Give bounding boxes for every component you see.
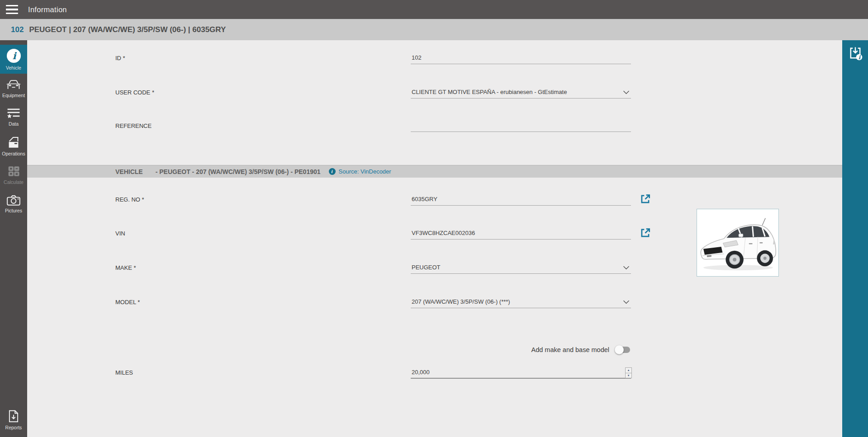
- sidebar-item-reports[interactable]: Reports: [0, 405, 27, 434]
- miles-input[interactable]: 20,000 ▲ ▼: [411, 367, 631, 379]
- vehicle-section-header: VEHICLE - PEUGEOT - 207 (WA/WC/WE) 3/5P/…: [27, 165, 842, 178]
- hamburger-menu-icon[interactable]: [6, 5, 18, 14]
- source-vindecoder-link[interactable]: Source: VinDecoder: [339, 168, 391, 175]
- car-door-icon: [7, 136, 20, 149]
- model-value: 207 (WA/WC/WE) 3/5P/SW (06-) (***): [412, 296, 510, 307]
- reference-label: REFERENCE: [115, 120, 152, 132]
- sidebar-spacer: [0, 218, 27, 405]
- vin-value: VF3WC8HZCAE002036: [412, 228, 475, 239]
- reg-no-value: 6035GRY: [412, 194, 437, 205]
- id-value: 102: [412, 52, 422, 63]
- vin-lookup-button[interactable]: [639, 227, 651, 239]
- make-value: PEUGEOT: [412, 262, 441, 273]
- page-title: Information: [28, 5, 67, 14]
- id-label: ID *: [115, 52, 125, 64]
- miles-value: 20,000: [412, 367, 430, 378]
- info-icon: i: [329, 168, 336, 175]
- user-code-select[interactable]: CLIENTE GT MOTIVE ESPAÑA - erubianesen -…: [411, 87, 631, 99]
- model-select[interactable]: 207 (WA/WC/WE) 3/5P/SW (06-) (***): [411, 296, 631, 308]
- breadcrumb-case-id: 102: [11, 25, 24, 34]
- sidebar-item-pictures[interactable]: Pictures: [0, 189, 27, 218]
- field-row-id: ID * 102: [27, 52, 842, 64]
- spinner-up-button[interactable]: ▲: [625, 367, 632, 373]
- field-row-user-code: USER CODE * CLIENTE GT MOTIVE ESPAÑA - e…: [27, 87, 842, 99]
- information-form: ID * 102 USER CODE * CLIENTE GT MOTIVE E…: [27, 40, 842, 437]
- make-select[interactable]: PEUGEOT: [411, 262, 631, 274]
- sidebar-item-label: Vehicle: [6, 66, 21, 70]
- id-input[interactable]: 102: [411, 52, 631, 64]
- chevron-down-icon: [623, 90, 630, 94]
- sidebar-item-label: Operations: [2, 151, 25, 156]
- miles-spinner: ▲ ▼: [625, 367, 632, 378]
- sidebar-item-equipment[interactable]: Equipment: [0, 74, 27, 103]
- right-action-bar: i: [842, 40, 868, 437]
- import-vehicle-info-button[interactable]: i: [848, 46, 863, 62]
- field-row-reference: REFERENCE: [27, 120, 842, 132]
- field-row-miles: MILES 20,000 ▲ ▼: [27, 367, 842, 379]
- miles-label: MILES: [115, 367, 133, 379]
- sidebar-item-vehicle[interactable]: i Vehicle: [0, 45, 27, 74]
- breadcrumb-vehicle-text: PEUGEOT | 207 (WA/WC/WE) 3/5P/SW (06-) |…: [29, 25, 226, 34]
- sidebar-item-label: Calculate: [4, 180, 24, 185]
- add-make-base-model-toggle[interactable]: [615, 345, 631, 354]
- vehicle-photo: [697, 209, 779, 277]
- vehicle-image: [697, 209, 778, 276]
- section-title: VEHICLE: [115, 168, 143, 175]
- reg-no-label: REG. NO *: [115, 194, 144, 206]
- info-icon: i: [6, 48, 21, 63]
- sidebar-item-calculate[interactable]: Calculate: [0, 160, 27, 189]
- add-make-base-model-label: Add make and base model: [531, 346, 610, 353]
- sidebar-item-operations[interactable]: Operations: [0, 132, 27, 160]
- vin-input[interactable]: VF3WC8HZCAE002036: [411, 228, 631, 240]
- sidebar-item-data[interactable]: Data: [0, 103, 27, 132]
- report-download-icon: [7, 409, 20, 423]
- sidebar-nav: i Vehicle Equipment Data: [0, 40, 27, 437]
- chevron-down-icon: [623, 300, 630, 304]
- sidebar-item-label: Data: [9, 122, 19, 127]
- make-label: MAKE *: [115, 262, 136, 274]
- sidebar-item-label: Reports: [5, 425, 22, 430]
- camera-icon: [6, 194, 21, 206]
- vin-label: VIN: [115, 228, 125, 240]
- reg-no-input[interactable]: 6035GRY: [411, 194, 631, 206]
- gt-estimate-app: Information 102 PEUGEOT | 207 (WA/WC/WE)…: [0, 0, 868, 437]
- list-star-icon: [7, 108, 20, 119]
- field-row-model: MODEL * 207 (WA/WC/WE) 3/5P/SW (06-) (**…: [27, 296, 842, 308]
- model-label: MODEL *: [115, 296, 140, 308]
- toggle-knob: [615, 345, 624, 354]
- sidebar-item-label: Pictures: [5, 208, 22, 213]
- sidebar-item-label: Equipment: [2, 93, 25, 98]
- breadcrumb: 102 PEUGEOT | 207 (WA/WC/WE) 3/5P/SW (06…: [0, 19, 868, 40]
- field-row-reg-no: REG. NO * 6035GRY: [27, 194, 842, 206]
- spinner-down-button[interactable]: ▼: [625, 373, 632, 379]
- car-front-icon: [5, 79, 22, 91]
- user-code-label: USER CODE *: [115, 87, 154, 99]
- section-subtitle: - PEUGEOT - 207 (WA/WC/WE) 3/5P/SW (06-)…: [156, 168, 321, 175]
- calculator-icon: [8, 165, 20, 178]
- user-code-value: CLIENTE GT MOTIVE ESPAÑA - erubianesen -…: [412, 87, 567, 98]
- top-bar: Information: [0, 0, 868, 19]
- external-link-icon: [640, 227, 651, 239]
- reg-no-lookup-button[interactable]: [639, 193, 651, 205]
- add-make-base-model-row: Add make and base model: [411, 344, 631, 356]
- chevron-down-icon: [623, 266, 630, 270]
- external-link-icon: [640, 193, 651, 205]
- reference-input[interactable]: [411, 120, 631, 132]
- import-vehicle-info-icon: i: [848, 46, 863, 61]
